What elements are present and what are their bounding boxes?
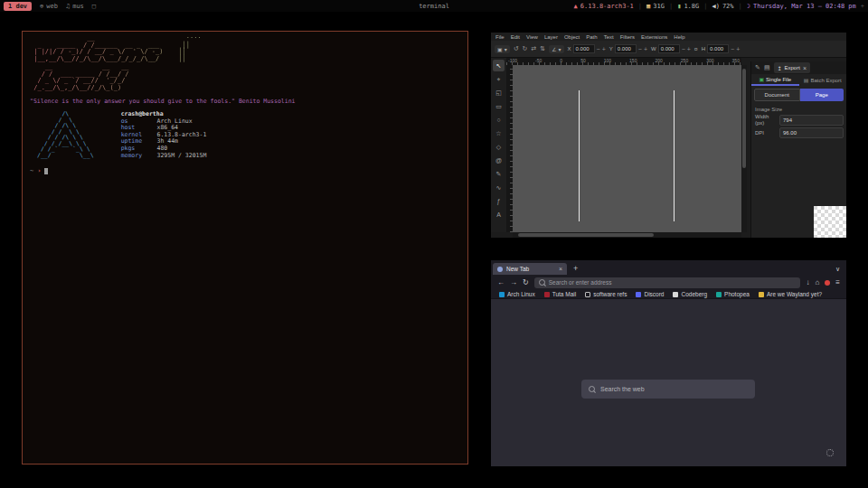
bookmark-photopea[interactable]: Photopea bbox=[716, 291, 750, 297]
snap-dropdown[interactable]: ∠ ▾ bbox=[549, 45, 563, 53]
box3d-tool[interactable]: ◇ bbox=[493, 141, 505, 153]
url-bar[interactable]: Search or enter address bbox=[534, 277, 801, 288]
list-all-tabs-icon[interactable]: ∨ bbox=[835, 266, 840, 273]
width-input[interactable]: 794 bbox=[779, 115, 844, 126]
document-button[interactable]: Document bbox=[754, 89, 800, 101]
menu-icon[interactable]: ≡ bbox=[835, 278, 840, 286]
memory-module: ▮ 1.8G bbox=[677, 3, 699, 10]
batch-export-label: Batch Export bbox=[810, 78, 841, 83]
inkscape-menubar: File Edit View Layer Object Path Text Fi… bbox=[491, 33, 846, 41]
drawn-vertical-line[interactable] bbox=[579, 90, 580, 221]
page-button[interactable]: Page bbox=[800, 89, 844, 101]
menu-object[interactable]: Object bbox=[564, 34, 580, 40]
w-minus-button[interactable]: − bbox=[682, 46, 685, 52]
browser-window[interactable]: New Tab × + ∨ ← → ↻ Search or enter addr… bbox=[491, 260, 846, 466]
y-minus-button[interactable]: − bbox=[638, 46, 642, 52]
shape-builder-tool[interactable]: ◱ bbox=[493, 87, 505, 99]
canvas-vertical-scrollbar[interactable] bbox=[741, 65, 747, 232]
spiral-tool[interactable]: @ bbox=[493, 155, 505, 166]
menu-file[interactable]: File bbox=[495, 34, 505, 40]
discord-favicon bbox=[636, 292, 641, 297]
bookmark-label: Photopea bbox=[724, 291, 750, 297]
menu-view[interactable]: View bbox=[526, 34, 538, 40]
downloads-icon[interactable]: ↓ bbox=[806, 278, 809, 286]
dpi-input[interactable]: 96.00 bbox=[779, 127, 844, 138]
selector-tool[interactable]: ↖ bbox=[493, 60, 505, 71]
terminal-window[interactable]: __ ···· _ _____ / /______ __ _ ___ ││ | … bbox=[22, 31, 468, 465]
menu-text[interactable]: Text bbox=[604, 34, 614, 40]
menu-layer[interactable]: Layer bbox=[544, 34, 558, 40]
workspace-1-dev[interactable]: 1 dev bbox=[4, 2, 32, 11]
bookmark-folder-software-refs[interactable]: software refs bbox=[585, 291, 627, 297]
x-minus-button[interactable]: − bbox=[597, 46, 600, 52]
menu-filters[interactable]: Filters bbox=[620, 34, 635, 40]
desktop: 1 dev ⊕ web ♫ mus □ terminal ▲ 6.13.8-ar… bbox=[0, 0, 868, 488]
tray-expand-icon[interactable]: + bbox=[861, 3, 864, 10]
tab-single-file[interactable]: ▣ Single File bbox=[751, 74, 799, 86]
bookmark-are-we-wayland-yet[interactable]: Are we Wayland yet? bbox=[759, 291, 822, 297]
tab-new-tab[interactable]: New Tab × bbox=[493, 263, 567, 275]
lock-ratio-icon[interactable]: ¤ bbox=[694, 46, 698, 52]
volume-module[interactable]: ◀) 72% bbox=[712, 3, 733, 10]
y-plus-button[interactable]: + bbox=[644, 46, 647, 52]
extension-icon[interactable] bbox=[825, 280, 830, 286]
w-plus-button[interactable]: + bbox=[687, 46, 691, 52]
inkscape-canvas[interactable] bbox=[513, 65, 741, 232]
calligraphy-tool[interactable]: ƒ bbox=[493, 195, 505, 207]
scrollbar-thumb[interactable] bbox=[518, 233, 654, 237]
h-input[interactable]: 0.000 bbox=[707, 44, 729, 53]
w-input[interactable]: 0.000 bbox=[658, 44, 680, 53]
rectangle-tool[interactable]: ▭ bbox=[493, 100, 505, 112]
reload-button[interactable]: ↻ bbox=[523, 278, 529, 286]
menu-path[interactable]: Path bbox=[586, 34, 597, 40]
gear-icon[interactable] bbox=[826, 449, 834, 456]
scrollbar-thumb[interactable] bbox=[742, 69, 746, 168]
inkscape-window[interactable]: File Edit View Layer Object Path Text Fi… bbox=[491, 33, 846, 238]
flip-horizontal-button[interactable]: ⇄ bbox=[531, 45, 536, 52]
flip-vertical-button[interactable]: ⇅ bbox=[540, 45, 545, 52]
y-input[interactable]: 0.000 bbox=[615, 44, 637, 53]
back-button[interactable]: ← bbox=[497, 278, 505, 286]
tab-close-icon[interactable]: × bbox=[559, 266, 562, 272]
ruler-tick: 0 bbox=[560, 58, 562, 63]
menu-extensions[interactable]: Extensions bbox=[641, 34, 667, 40]
h-plus-button[interactable]: + bbox=[736, 46, 740, 52]
canvas-horizontal-scrollbar[interactable] bbox=[513, 232, 741, 238]
text-tool[interactable]: A bbox=[493, 209, 505, 221]
rotate-ccw-button[interactable]: ↺ bbox=[514, 45, 519, 52]
new-tab-button[interactable]: + bbox=[573, 264, 578, 273]
bookmark-tuta-mail[interactable]: Tuta Mail bbox=[544, 291, 577, 297]
pencil-tool[interactable]: ✎ bbox=[493, 168, 505, 180]
width-label: Width (px) bbox=[755, 114, 777, 126]
ellipse-tool[interactable]: ○ bbox=[493, 114, 505, 126]
export-dialog-tab[interactable]: ↥ Export × bbox=[774, 62, 810, 73]
rotate-cw-button[interactable]: ↻ bbox=[523, 45, 528, 52]
menu-help[interactable]: Help bbox=[674, 34, 684, 40]
bookmark-arch-linux[interactable]: Arch Linux bbox=[499, 291, 535, 297]
pen-tool[interactable]: ∿ bbox=[493, 182, 505, 193]
workspace-3-mus[interactable]: ♫ mus bbox=[66, 3, 84, 10]
star-tool[interactable]: ☆ bbox=[493, 127, 505, 139]
bookmark-codeberg[interactable]: Codeberg bbox=[673, 291, 707, 297]
drawn-vertical-line[interactable] bbox=[674, 90, 675, 221]
h-minus-button[interactable]: − bbox=[731, 46, 734, 52]
web-search-box[interactable]: Search the web bbox=[581, 380, 755, 399]
shell-prompt[interactable]: ~ › bbox=[30, 167, 460, 174]
x-plus-button[interactable]: + bbox=[602, 46, 606, 52]
forward-button[interactable]: → bbox=[510, 278, 517, 286]
workspace-2-web[interactable]: ⊕ web bbox=[40, 3, 58, 10]
home-icon[interactable]: ⌂ bbox=[815, 278, 819, 286]
close-icon[interactable]: × bbox=[803, 65, 807, 71]
fetch-key: memory bbox=[121, 153, 154, 160]
layers-dialog-icon[interactable]: ▤ bbox=[764, 64, 770, 71]
dialog-tab-strip: ✎ ▤ ↥ Export × bbox=[751, 61, 846, 74]
bookmark-discord[interactable]: Discord bbox=[636, 291, 664, 297]
node-tool[interactable]: ⌖ bbox=[493, 73, 505, 85]
tab-batch-export[interactable]: ▤ Batch Export bbox=[799, 74, 847, 86]
workspace-4[interactable]: □ bbox=[92, 3, 96, 10]
fill-stroke-dialog-icon[interactable]: ✎ bbox=[755, 64, 760, 71]
select-mode-dropdown[interactable]: ▣ ▾ bbox=[495, 45, 510, 53]
menu-edit[interactable]: Edit bbox=[511, 34, 520, 40]
x-input[interactable]: 0.000 bbox=[573, 44, 595, 53]
clock-module[interactable]: ☽ Thursday, Mar 13 — 02:48 pm bbox=[747, 3, 856, 10]
